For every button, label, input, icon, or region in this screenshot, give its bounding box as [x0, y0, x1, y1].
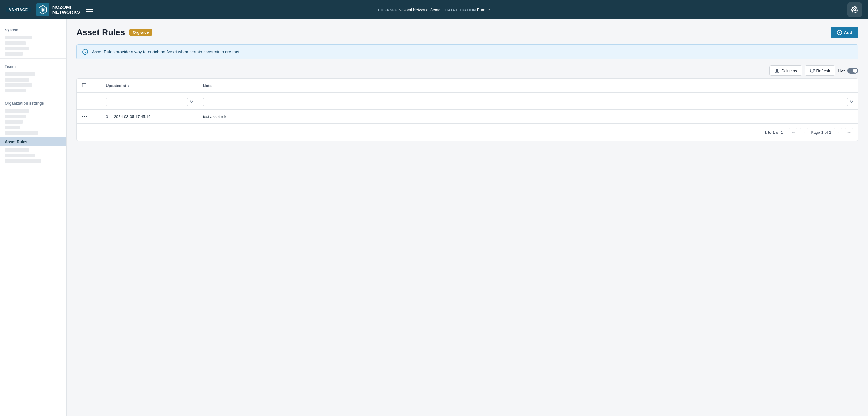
nozomi-logo-icon	[38, 5, 48, 14]
sidebar-placeholder-1	[5, 36, 32, 39]
logo-box	[36, 3, 50, 17]
live-label: Live	[838, 68, 845, 73]
settings-button[interactable]	[847, 2, 862, 17]
columns-icon	[775, 68, 779, 73]
row-actions[interactable]: •••	[77, 110, 101, 123]
refresh-icon	[810, 68, 815, 73]
info-text: Asset Rules provide a way to enrich an A…	[92, 50, 241, 54]
table-container: ☐ Updated at ↓ Note	[76, 78, 858, 141]
of-text: of	[825, 130, 828, 135]
refresh-button[interactable]: Refresh	[805, 65, 836, 76]
page-header: Asset Rules Org-wide Add	[76, 27, 858, 38]
next-page-button[interactable]: ›	[834, 128, 842, 136]
sidebar-section-org-settings: Organization settings	[0, 98, 66, 135]
page-label-text: Page	[811, 130, 820, 135]
table-toolbar: Columns Refresh Live	[76, 65, 858, 76]
svg-rect-10	[775, 69, 777, 72]
refresh-label: Refresh	[816, 68, 830, 73]
filter-note-cell: ▽	[198, 93, 858, 110]
table-body: ••• 0 2024-03-05 17:45:16 test asset rul…	[77, 110, 858, 123]
vantage-label: VANTAGE	[6, 7, 31, 12]
sidebar-placeholder-12	[5, 126, 20, 129]
columns-button[interactable]: Columns	[769, 65, 802, 76]
first-page-icon: ⇤	[792, 130, 795, 135]
topbar-right	[847, 2, 862, 17]
sidebar-placeholder-8	[5, 89, 26, 93]
note-label: Note	[203, 84, 212, 88]
table-header-row: ☐ Updated at ↓ Note	[77, 78, 858, 93]
sort-icon[interactable]: ↓	[127, 84, 129, 88]
sidebar-placeholder-5	[5, 72, 35, 76]
page-title: Asset Rules	[76, 28, 125, 37]
org-wide-badge: Org-wide	[129, 29, 152, 36]
sidebar-divider-1	[0, 58, 66, 59]
page-indicator: Page 1 of 1	[811, 130, 831, 135]
current-page: 1	[821, 130, 824, 135]
topbar-center-info: LICENSEE Nozomi Networks Acme DATA LOCAT…	[378, 8, 490, 12]
row-note: test asset rule	[198, 110, 858, 123]
filter-actions-cell	[77, 93, 101, 110]
sidebar-item-asset-rules[interactable]: Asset Rules	[0, 137, 66, 147]
logo: NOZOMI NETWORKS	[36, 3, 81, 17]
info-banner: Asset Rules provide a way to enrich an A…	[76, 44, 858, 59]
filter-note-icon[interactable]: ▽	[850, 99, 853, 104]
licensee-value: Nozomi Networks Acme	[399, 8, 440, 12]
plus-icon	[837, 30, 842, 35]
topbar: VANTAGE NOZOMI NETWORKS LICENSEE Nozomi …	[0, 0, 868, 20]
next-page-icon: ›	[837, 130, 839, 135]
filter-updated-at-cell: ▽	[101, 93, 198, 110]
teams-section-label: Teams	[0, 61, 66, 71]
prev-page-icon: ‹	[803, 130, 805, 135]
th-actions: ☐	[77, 78, 101, 93]
sidebar-placeholder-15	[5, 154, 35, 157]
last-page-button[interactable]: ⇥	[845, 128, 853, 136]
add-button[interactable]: Add	[831, 27, 858, 38]
layout: System Teams Organization settings Asset…	[0, 20, 868, 416]
sidebar-placeholder-16	[5, 159, 41, 163]
th-updated-at: Updated at ↓	[101, 78, 198, 93]
table-row: ••• 0 2024-03-05 17:45:16 test asset rul…	[77, 110, 858, 123]
prev-page-button[interactable]: ‹	[800, 128, 808, 136]
svg-point-3	[854, 9, 856, 11]
pagination-range: 1 to 1 of 1	[765, 130, 783, 135]
filter-updated-icon[interactable]: ▽	[190, 99, 193, 104]
live-toggle-switch[interactable]	[847, 68, 858, 74]
sidebar-placeholder-13	[5, 131, 38, 135]
sidebar-placeholder-11	[5, 120, 23, 124]
sidebar-divider-2	[0, 95, 66, 95]
gear-icon	[851, 6, 858, 13]
page-header-left: Asset Rules Org-wide	[76, 28, 152, 37]
licensee-label: LICENSEE	[378, 8, 397, 12]
data-location-value: Europe	[477, 8, 490, 12]
system-section-label: System	[0, 24, 66, 34]
sidebar-placeholder-14	[5, 148, 29, 152]
sidebar-placeholder-4	[5, 52, 23, 56]
org-settings-section-label: Organization settings	[0, 98, 66, 107]
hamburger-button[interactable]	[85, 6, 94, 13]
row-count-updated: 0 2024-03-05 17:45:16	[101, 110, 198, 123]
info-icon	[82, 49, 88, 55]
first-page-button[interactable]: ⇤	[789, 128, 797, 136]
live-toggle: Live	[838, 68, 858, 74]
sidebar-placeholder-6	[5, 78, 29, 82]
svg-rect-11	[778, 69, 779, 72]
note-filter-input[interactable]	[203, 98, 848, 106]
asset-rules-table: ☐ Updated at ↓ Note	[77, 78, 858, 123]
pagination: 1 to 1 of 1 ⇤ ‹ Page 1 of 1 ›	[77, 123, 858, 141]
last-page-icon: ⇥	[847, 130, 851, 135]
th-note: Note	[198, 78, 858, 93]
sidebar-placeholder-3	[5, 47, 29, 50]
sidebar-placeholder-2	[5, 41, 26, 45]
sidebar-placeholder-9	[5, 109, 29, 113]
columns-label: Columns	[781, 68, 797, 73]
data-location-label: DATA LOCATION	[445, 8, 476, 12]
sidebar-section-teams: Teams	[0, 61, 66, 93]
sidebar-placeholder-7	[5, 84, 32, 87]
updated-at-filter-input[interactable]	[106, 98, 188, 106]
logo-text: NOZOMI NETWORKS	[53, 5, 81, 15]
comment-icon: ☐	[82, 83, 87, 89]
table-filter-row: ▽ ▽	[77, 93, 858, 110]
total-pages: 1	[829, 130, 831, 135]
sidebar-section-system: System	[0, 24, 66, 56]
info-circle-icon	[82, 49, 88, 55]
